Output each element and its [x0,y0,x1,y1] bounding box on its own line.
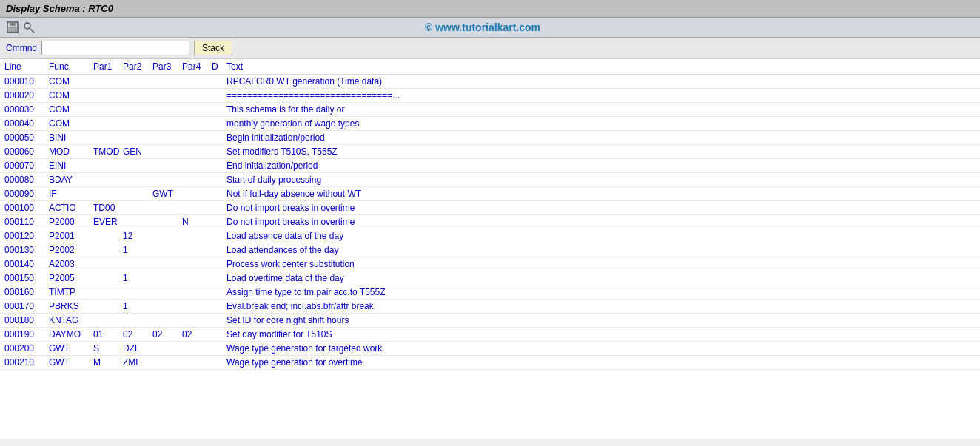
cell-par3 [151,314,181,326]
cell-d [210,314,225,326]
save-icon[interactable] [6,21,19,34]
cell-par3 [151,104,181,115]
stack-button[interactable]: Stack [194,41,232,55]
table-row[interactable]: 000120 P2001 12 Load absence data of the… [0,229,980,243]
header-line: Line [3,61,47,72]
cell-par3 [151,132,181,143]
cell-d [210,104,225,115]
cell-par4 [181,160,210,172]
cell-par2: 1 [121,300,151,312]
cell-d [210,132,225,143]
cell-par4 [181,244,210,256]
table-row[interactable]: 000030 COM This schema is for the daily … [0,103,980,117]
cell-text: Load attendances of the day [225,244,977,256]
watermark: © www.tutorialkart.com [40,21,925,33]
table-row[interactable]: 000190 DAYMO 01 02 02 02 Set day modifie… [0,328,980,342]
cell-par4 [181,258,210,270]
cell-par2: 1 [121,244,151,256]
cell-d [210,174,225,186]
cell-func: COM [47,89,92,101]
cell-par1 [92,230,121,242]
cell-par1 [92,244,121,256]
table-row[interactable]: 000200 GWT S DZL Wage type generation fo… [0,342,980,356]
cell-text: ================================... [225,89,977,101]
cell-d [210,146,225,158]
find-icon[interactable] [22,21,36,34]
cell-par4 [181,202,210,214]
cell-par4 [181,300,210,312]
cell-par4 [181,314,210,326]
cell-par3 [151,272,181,284]
cell-text: Do not import breaks in overtime [225,216,977,228]
table-header: Line Func. Par1 Par2 Par3 Par4 D Text [0,59,980,75]
cell-par2 [121,118,151,129]
cell-par3 [151,286,181,298]
cell-d [210,244,225,256]
cell-func: TIMTP [47,286,92,298]
cell-par4 [181,286,210,298]
cell-d [210,160,225,172]
cell-par4 [181,132,210,143]
table-row[interactable]: 000110 P2000 EVER N Do not import breaks… [0,215,980,229]
svg-rect-2 [9,27,16,32]
table-row[interactable]: 000010 COM RPCALCR0 WT generation (Time … [0,75,980,89]
header-d: D [210,61,225,72]
header-par2: Par2 [121,61,151,72]
cell-line: 000050 [3,132,47,143]
toolbar: © www.tutorialkart.com [0,18,980,38]
cell-par2 [121,216,151,228]
cell-par1 [92,188,121,200]
command-input[interactable] [41,41,189,55]
cell-func: IF [47,188,92,200]
cell-par3 [151,357,181,368]
cell-par3 [151,160,181,172]
cell-func: P2002 [47,244,92,256]
cell-par4 [181,342,210,354]
table-row[interactable]: 000130 P2002 1 Load attendances of the d… [0,243,980,257]
cell-par4: 02 [181,328,210,340]
cell-par2: 12 [121,230,151,242]
cell-d [210,272,225,284]
cell-text: Set ID for core night shift hours [225,314,977,326]
table-row[interactable]: 000140 A2003 Process work center substit… [0,257,980,271]
cell-par1 [92,132,121,143]
table-row[interactable]: 000160 TIMTP Assign time type to tm.pair… [0,285,980,300]
cell-par1: EVER [92,216,121,228]
cell-func: COM [47,118,92,129]
table-row[interactable]: 000060 MOD TMOD GEN Set modifiers T510S,… [0,145,980,159]
cell-func: PBRKS [47,300,92,312]
cell-par3 [151,89,181,101]
cell-text: Do not import breaks in overtime [225,202,977,214]
cell-func: EINI [47,160,92,172]
table-row[interactable]: 000090 IF GWT Not if full-day absence wi… [0,187,980,201]
table-row[interactable]: 000170 PBRKS 1 Eval.break end; incl.abs.… [0,300,980,314]
cell-func: COM [47,75,92,87]
table-row[interactable]: 000020 COM =============================… [0,89,980,103]
cell-par3 [151,202,181,214]
table-row[interactable]: 000050 BINI Begin initialization/period [0,131,980,145]
table-row[interactable]: 000150 P2005 1 Load overtime data of the… [0,271,980,285]
cell-par2 [121,160,151,172]
cell-par1: 01 [92,328,121,340]
cell-par1 [92,286,121,298]
cell-text: Wage type generation for targeted work [225,342,977,354]
cell-text: Start of daily processing [225,174,977,186]
table-row[interactable]: 000100 ACTIO TD00 Do not import breaks i… [0,201,980,215]
table-row[interactable]: 000210 GWT M ZML Wage type generation fo… [0,356,980,370]
header-func: Func. [47,61,92,72]
cell-par2 [121,258,151,270]
cell-line: 000170 [3,300,47,312]
cell-d [210,300,225,312]
cell-d [210,357,225,368]
cell-text: End initialization/period [225,160,977,172]
cell-text: Set modifiers T510S, T555Z [225,146,977,158]
cell-par2 [121,104,151,115]
cell-par3 [151,244,181,256]
table-row[interactable]: 000040 COM monthly generation of wage ty… [0,117,980,131]
table-row[interactable]: 000070 EINI End initialization/period [0,159,980,173]
cell-par1 [92,118,121,129]
cell-par1 [92,174,121,186]
table-row[interactable]: 000180 KNTAG Set ID for core night shift… [0,314,980,328]
table-row[interactable]: 000080 BDAY Start of daily processing [0,173,980,187]
cell-par1: TMOD [92,146,121,158]
